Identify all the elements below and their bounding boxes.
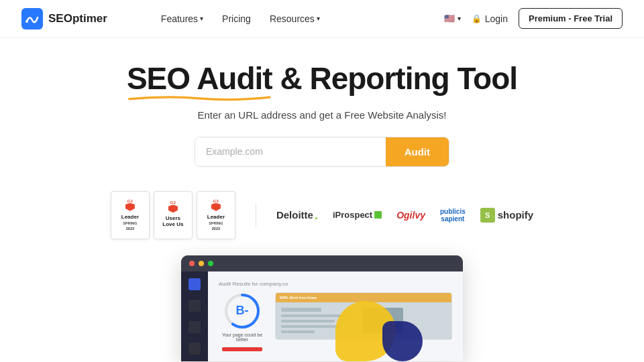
flag-icon: 🇺🇸 (444, 13, 455, 23)
logo-icon (21, 8, 43, 29)
grade-letter: B- (236, 304, 249, 318)
chevron-down-icon: ▾ (200, 15, 203, 22)
premium-button[interactable]: Premium - Free Trial (519, 8, 623, 29)
deloitte-logo: Deloitte. (276, 209, 318, 221)
nav-links: Features ▾ Pricing Resources ▾ (161, 13, 320, 24)
g2-shield-icon (125, 203, 135, 211)
g2-badges: G2 Leader SPRING 2023 G2 UsersLove Us G2… (111, 191, 235, 239)
nav-pricing[interactable]: Pricing (222, 13, 251, 24)
chevron-down-icon: ▾ (317, 15, 320, 22)
language-selector[interactable]: 🇺🇸 ▾ (444, 13, 461, 23)
grade-circle: B- (223, 292, 261, 330)
logo-text: SEOptimer (48, 12, 107, 25)
fix-bar (222, 347, 262, 351)
chevron-down-icon: ▾ (458, 15, 461, 22)
iprospect-box-icon (374, 211, 382, 219)
hero-subtitle: Enter an URL address and get a Free Webs… (197, 109, 446, 121)
publicis-logo: publicissapient (440, 208, 466, 223)
svg-rect-7 (281, 320, 335, 322)
navbar: SEOptimer Features ▾ Pricing Resources ▾… (0, 0, 644, 38)
svg-rect-6 (281, 314, 348, 317)
hero-title: SEO Audit & Reporting Tool (127, 62, 517, 96)
shopify-bag-icon: S (480, 208, 495, 223)
titlebar-close-dot (189, 261, 195, 266)
g2-badge-users-love-us: G2 UsersLove Us (154, 191, 193, 239)
lock-icon: 🔒 (472, 14, 482, 23)
g2-badge-leader-2023: G2 Leader SPRING 2023 (111, 191, 150, 239)
preview-section: Audit Results for company.co B- (0, 255, 644, 361)
sidebar-icon-edit (189, 300, 201, 312)
hero-title-underlined: SEO Audit (127, 62, 272, 96)
svg-rect-8 (281, 325, 341, 328)
audit-button[interactable]: Audit (386, 137, 449, 166)
preview-sidebar-nav (181, 272, 208, 361)
sidebar-icon-home (189, 278, 201, 290)
url-input[interactable] (195, 137, 386, 166)
underline-decoration (127, 95, 272, 101)
audit-results-label: Audit Results for company.co (219, 281, 452, 287)
decorative-blob-navy (382, 321, 423, 361)
sidebar-icon-settings (189, 321, 201, 333)
search-bar: Audit (195, 137, 449, 167)
login-button[interactable]: 🔒 Login (472, 13, 508, 24)
preview-titlebar (181, 255, 463, 272)
svg-rect-9 (281, 330, 315, 333)
iprospect-logo: iProspect (333, 210, 382, 220)
titlebar-minimize-dot (199, 261, 204, 266)
g2-shield-icon (168, 204, 178, 213)
hero-section: SEO Audit & Reporting Tool Enter an URL … (0, 38, 644, 167)
badges-row: G2 Leader SPRING 2023 G2 UsersLove Us G2… (0, 191, 644, 239)
divider (256, 203, 256, 227)
svg-rect-5 (281, 308, 321, 312)
titlebar-maximize-dot (208, 261, 213, 266)
partner-logos: Deloitte. iProspect Ogilvy publicissapie… (276, 208, 533, 223)
ogilvy-logo: Ogilvy (396, 210, 425, 221)
grade-description: Your page could be better (219, 333, 266, 342)
nav-features[interactable]: Features ▾ (161, 13, 203, 24)
preview-wrapper: Audit Results for company.co B- (181, 255, 463, 361)
nav-resources[interactable]: Resources ▾ (270, 13, 320, 24)
g2-shield-icon (211, 203, 221, 211)
g2-badge-leader-spring: G2 Leader SPRING 2023 (197, 191, 235, 239)
logo[interactable]: SEOptimer (21, 8, 107, 29)
shopify-logo: S shopify (480, 208, 533, 223)
svg-point-1 (25, 20, 28, 23)
sidebar-icon-search (189, 343, 201, 355)
nav-right: 🇺🇸 ▾ 🔒 Login Premium - Free Trial (444, 8, 623, 29)
grade-section: B- Your page could be better (219, 292, 266, 351)
